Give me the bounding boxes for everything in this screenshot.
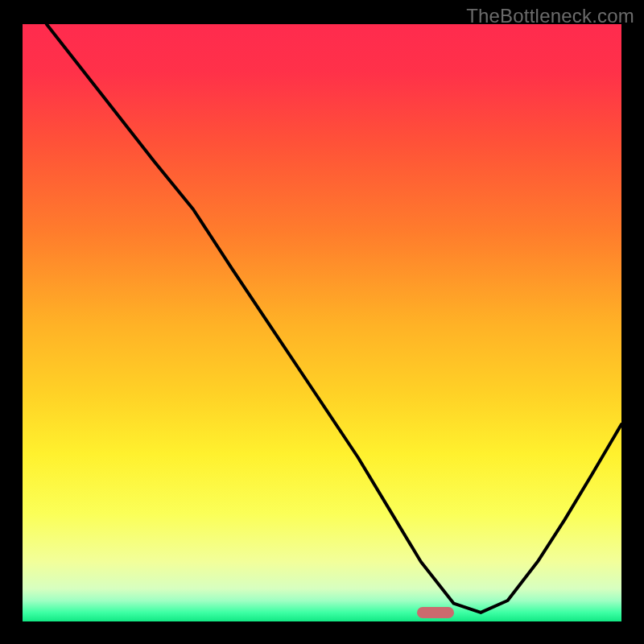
chart-svg (23, 24, 621, 621)
chart-plot-area (23, 24, 621, 621)
watermark-text: TheBottleneck.com (466, 5, 634, 27)
optimal-marker (417, 607, 454, 618)
gradient-rect (23, 24, 621, 621)
